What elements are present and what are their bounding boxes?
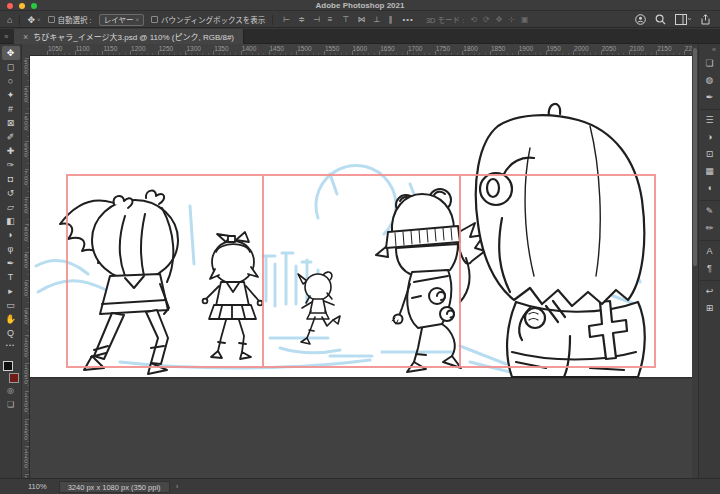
eyedropper-tool[interactable]: ✐ — [2, 130, 20, 144]
hand-tool[interactable]: ✋ — [2, 312, 20, 326]
auto-select-checkbox[interactable] — [48, 16, 55, 23]
separator — [19, 15, 20, 25]
blur-tool[interactable]: ◗ — [2, 228, 20, 242]
brush-settings-panel-icon[interactable]: ✎ — [700, 200, 720, 220]
more-options-icon[interactable]: ••• — [402, 15, 413, 24]
background-color-swatch[interactable] — [9, 373, 19, 383]
vertical-ruler[interactable]: 5005506006507007508008509009501000105011… — [22, 56, 30, 478]
share-icon[interactable] — [700, 14, 711, 25]
crop-tool[interactable]: # — [2, 102, 20, 116]
ruler-label: 1550 — [325, 44, 353, 53]
scrollbar-thumb[interactable] — [693, 48, 697, 266]
account-icon[interactable] — [635, 14, 646, 25]
align-vertical-centers-icon[interactable]: ≑ — [298, 15, 305, 24]
layers-panel-icon[interactable]: ❏ — [700, 55, 720, 72]
color-panel-icon[interactable]: ◖ — [700, 180, 720, 197]
ruler-label: 700 — [22, 170, 29, 198]
align-left-edges-icon[interactable]: ⊢ — [283, 15, 290, 24]
ruler-label: 1600 — [353, 44, 381, 53]
type-tool[interactable]: T — [2, 270, 20, 284]
status-chevron-icon[interactable]: › — [176, 482, 179, 491]
quick-mask-icon[interactable]: ◎ — [2, 384, 20, 398]
foreground-color-swatch[interactable] — [3, 361, 13, 371]
ruler-label: 1750 — [436, 44, 464, 53]
ruler-label: 1200 — [22, 448, 29, 476]
ruler-label: 2050 — [602, 44, 630, 53]
ruler-label: 1150 — [22, 420, 29, 448]
swatches-panel-icon[interactable]: ▦ — [700, 163, 720, 180]
brushes-panel-icon[interactable]: ✏ — [700, 220, 720, 237]
3d-mode-icons: ⟲⟳✥⊹▣ — [470, 15, 528, 24]
move-tool[interactable]: ✥ — [2, 46, 20, 60]
search-icon[interactable] — [655, 14, 666, 25]
bounding-box-label: バウンディングボックスを表示 — [161, 14, 265, 25]
align-horizontal-centers-icon[interactable]: ≡ — [328, 15, 333, 24]
auto-select-value: レイヤー — [104, 14, 134, 25]
auto-select-dropdown[interactable]: レイヤー ˅ — [99, 14, 144, 26]
align-right-edges-icon[interactable]: ⊣ — [313, 15, 320, 24]
document-tab[interactable]: × ちびキャラ_イメージ大3.psd @ 110% (ピンク, RGB/8#) — [14, 29, 244, 44]
properties-panel-icon[interactable]: ◍ — [700, 72, 720, 89]
channels-panel-icon[interactable]: ◑ — [700, 129, 720, 146]
adjustments-panel-icon[interactable]: ☰ — [700, 109, 720, 129]
3d-mode-label: 3D モード : — [426, 14, 464, 25]
ruler-label: 2000 — [574, 44, 602, 53]
ruler-label: 1450 — [270, 44, 298, 53]
ruler-label: 2150 — [657, 44, 685, 53]
history-panel-icon[interactable]: ↩ — [700, 280, 720, 300]
screen-mode-icon[interactable]: ❏ — [2, 398, 20, 412]
object-selection-tool[interactable]: ✦ — [2, 88, 20, 102]
align-bottom-edges-icon[interactable]: ⊥ — [374, 15, 381, 24]
distribute-spacing-icon[interactable]: ∥ — [388, 15, 392, 24]
horizontal-ruler[interactable]: 1050110011501200125013001350140014501500… — [22, 44, 692, 56]
align-top-edges-icon[interactable]: ⊤ — [343, 15, 350, 24]
photoshop-window: Adobe Photoshop 2021 ⌂ ✥ ˅ 自動選択 : レイヤー ˅… — [0, 0, 720, 494]
ruler-label: 1000 — [22, 337, 29, 365]
bounding-box-checkbox[interactable] — [151, 16, 158, 23]
ruler-label: 1900 — [519, 44, 547, 53]
clone-stamp-tool[interactable]: ◘ — [2, 172, 20, 186]
edit-toolbar-icon[interactable]: ••• — [6, 342, 15, 354]
shape-tool[interactable]: ▭ — [2, 298, 20, 312]
align-icons: ⊢≑⊣≡ — [283, 15, 332, 24]
history-brush-tool[interactable]: ↺ — [2, 186, 20, 200]
titlebar: Adobe Photoshop 2021 — [0, 0, 720, 11]
window-title: Adobe Photoshop 2021 — [0, 1, 720, 10]
color-swatches — [2, 360, 20, 384]
move-tool-icon[interactable]: ✥ — [27, 15, 35, 25]
brush-tool[interactable]: ✑ — [2, 158, 20, 172]
canvas-viewport[interactable] — [30, 56, 692, 478]
ruler-label: 1350 — [214, 44, 242, 53]
distribute-centers-icon[interactable]: ⋈ — [358, 15, 366, 24]
document-info: 3240 px x 1080 px (350 ppi) — [59, 481, 170, 493]
pen-tool[interactable]: ✒ — [2, 256, 20, 270]
chevron-down-icon[interactable]: ˅ — [37, 17, 41, 23]
paths-panel-icon[interactable]: ✒ — [700, 89, 720, 106]
ruler-label: 1700 — [408, 44, 436, 53]
expand-panels-icon[interactable]: « — [712, 44, 716, 55]
lasso-tool[interactable]: ○ — [2, 74, 20, 88]
marquee-tool[interactable]: ◻ — [2, 60, 20, 74]
tab-overflow-icon[interactable]: » — [4, 32, 8, 41]
path-selection-tool[interactable]: ▸ — [2, 284, 20, 298]
clone-source-panel-icon[interactable]: ⊡ — [700, 146, 720, 163]
ruler-label: 1250 — [159, 44, 187, 53]
ruler-label: 1800 — [463, 44, 491, 53]
paragraph-panel-icon[interactable]: ¶ — [700, 260, 720, 277]
canvas-artwork — [30, 56, 692, 478]
zoom-level-field[interactable]: 110% — [28, 482, 47, 491]
workspace-switcher-icon[interactable] — [675, 14, 691, 25]
frame-tool[interactable]: ⊠ — [2, 116, 20, 130]
ruler-label: 2200 — [685, 44, 692, 53]
home-icon[interactable]: ⌂ — [7, 15, 12, 25]
navigator-panel-icon[interactable]: ⊞ — [700, 300, 720, 317]
ruler-label: 950 — [22, 309, 29, 337]
zoom-tool[interactable]: Q — [2, 326, 20, 340]
eraser-tool[interactable]: ▱ — [2, 200, 20, 214]
ruler-label: 800 — [22, 226, 29, 254]
gradient-tool[interactable]: ◧ — [2, 214, 20, 228]
dodge-tool[interactable]: φ — [2, 242, 20, 256]
character-panel-icon[interactable]: A — [700, 240, 720, 260]
healing-brush-tool[interactable]: ✚ — [2, 144, 20, 158]
close-tab-icon[interactable]: × — [23, 32, 28, 42]
